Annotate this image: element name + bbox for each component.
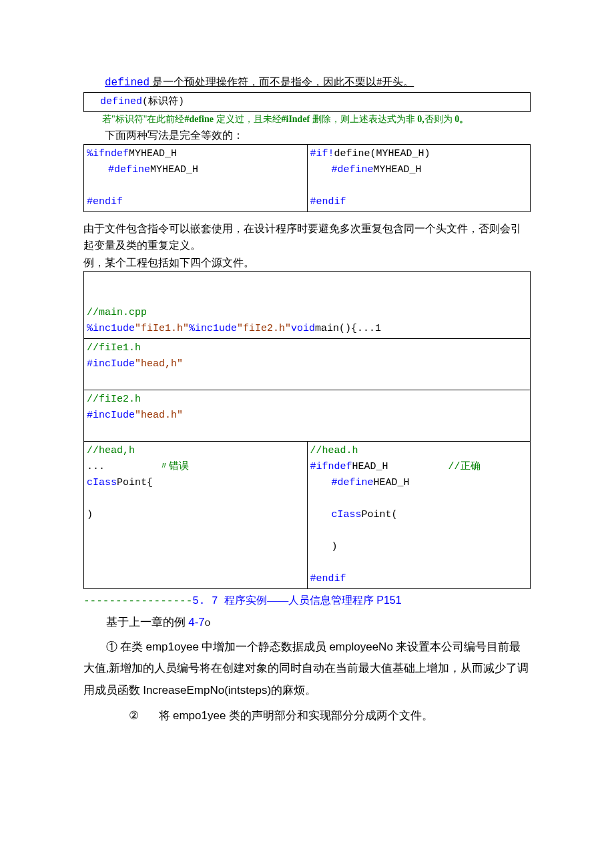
code-headc-ifndef: #ifndef xyxy=(310,461,352,472)
code-headc-point: Point( xyxy=(362,509,398,520)
code-headw-dots: ... xyxy=(87,461,159,472)
section-number: 5. 7 xyxy=(192,595,224,607)
code-headw-comment: //head,h xyxy=(87,443,304,459)
code-main-fn: main(){...1 xyxy=(315,323,381,334)
text-i2b: empo1yee xyxy=(173,709,226,722)
text-i2c: 类的声明部分和实现部分分成两个文件。 xyxy=(226,709,432,722)
code-headc-close: ) xyxy=(310,539,528,555)
code-r1a: #if! xyxy=(310,148,334,159)
code-l2b: MYHEAD_H xyxy=(150,164,198,175)
code-l3: #endif xyxy=(87,194,304,210)
paragraph-defined-intro: defined 是一个预处理操作符，而不是指令，因此不栗以#开头。 xyxy=(83,73,531,92)
code-defined: defined xyxy=(105,77,149,89)
text-i1a: ① 在类 xyxy=(106,640,146,653)
code-defined-arg: (标识符) xyxy=(142,96,184,107)
code-r1b: define(MYHEAD_H) xyxy=(334,148,430,159)
code-headc-endif: #endif xyxy=(310,571,528,587)
code-headc-macro2: HEAD_H xyxy=(374,477,410,488)
paragraph-equivalent: 下面两种写法是完全等效的： xyxy=(83,127,531,144)
code-inc1f: "fiIe1.h" xyxy=(135,323,189,334)
table-equivalent-code: %ifndefMYHEAD_H #defineMYHEAD_H #endif #… xyxy=(83,144,531,212)
cell-file2-h: //fiIe2.h #incIude"head.h" xyxy=(84,390,531,442)
code-headw-close: ) xyxy=(87,507,304,523)
code-file2-inc: #incIude xyxy=(87,410,135,421)
section-dashes: ----------------- xyxy=(83,595,192,607)
text-i2a: 将 xyxy=(159,709,173,722)
text-i1c: 中增加一个静态数据成员 xyxy=(199,640,330,653)
cell-ifdefine-right: #if!define(MYHEAD_H) #defineMYHEAD_H #en… xyxy=(307,144,531,211)
code-void: void xyxy=(291,323,315,334)
paragraph-define-explain: 若"标识符"在此前经#define 定义过，且未经#iIndef 删除，则上述表… xyxy=(83,112,531,127)
section-label: 程序实例——人员信息管理程序 xyxy=(224,594,376,606)
code-headc-macro: HEAD_H xyxy=(352,461,388,472)
text-expl-f: 0, xyxy=(417,114,424,124)
code-file1-inc: #incIude xyxy=(87,358,135,370)
code-inc1: %inc1ude xyxy=(87,323,135,334)
code-r2a: #define xyxy=(332,164,374,175)
text-i2n: ② xyxy=(106,707,139,725)
code-l2a: #define xyxy=(108,164,150,175)
code-inc2: %inc1ude xyxy=(189,323,237,334)
paragraph-nested-include: 由于文件包含指令可以嵌套使用，在设计程序时要避免多次重复包含同一个头文件，否则会… xyxy=(83,220,531,254)
cell-defined-syntax: defined(标识符) xyxy=(84,92,531,111)
code-headc-define: #define xyxy=(332,477,374,488)
code-file1-head: "head,h" xyxy=(135,358,183,370)
cell-head-wrong: //head,h ... 〃错误 cIassPoint{ ) xyxy=(84,442,308,589)
code-headw-point: Point{ xyxy=(117,477,153,488)
code-r2b: MYHEAD_H xyxy=(374,164,422,175)
paragraph-example-intro: 例，某个工程包括如下四个源文件。 xyxy=(83,254,531,272)
cell-head-correct: //head.h #ifndefHEAD_H//正确 #defineHEAD_H… xyxy=(307,442,531,589)
text-expl-g: 否则为 xyxy=(424,114,455,124)
text-i1g: 的麻烦。 xyxy=(271,684,316,697)
text-expl-b: #define xyxy=(184,114,214,124)
cell-ifndef-left: %ifndefMYHEAD_H #defineMYHEAD_H #endif xyxy=(84,144,308,211)
section-heading: -----------------5. 7 程序实例——人员信息管理程序 P15… xyxy=(83,592,531,610)
text-base-c: o xyxy=(205,616,211,628)
text-expl-e: 删除，则上述表达式为非 xyxy=(310,114,417,124)
list-item-2: ② 将 empo1yee 类的声明部分和实现部分分成两个文件。 xyxy=(83,707,531,725)
cell-file1-h: //fiIe1.h #incIude"head,h" xyxy=(84,339,531,390)
code-r3: #endif xyxy=(310,194,528,210)
text-expl-h: 0。 xyxy=(454,114,469,124)
code-headc-comment: //head.h xyxy=(310,443,528,459)
code-file2-head: "head.h" xyxy=(135,410,183,421)
code-headc-class: cIass xyxy=(332,509,362,520)
section-page: P151 xyxy=(376,594,401,606)
code-file2-comment: //fiIe2.h xyxy=(87,392,527,408)
code-headc-ok: //正确 xyxy=(448,461,481,472)
text-base-a: 基于上一章的例 xyxy=(106,616,188,628)
text-expl-a: 若"标识符"在此前经 xyxy=(102,114,184,124)
code-headw-class: cIass xyxy=(87,477,117,488)
list-item-1: ① 在类 emp1oyee 中增加一个静态数据成员 employeeNo 来设置… xyxy=(83,636,531,701)
cell-main-cpp: //main.cpp %inc1ude"fiIe1.h"%inc1ude"fiI… xyxy=(84,272,531,339)
text-base-b: 4-7 xyxy=(188,616,205,628)
code-l1b: MYHEAD_H xyxy=(129,148,177,159)
code-main-comment: //main.cpp xyxy=(87,305,527,321)
code-defined-kw: defined xyxy=(100,96,142,107)
text-defined-desc: 是一个预处理操作符，而不是指令，因此不栗以#开头。 xyxy=(149,76,414,87)
table-source-files: //main.cpp %inc1ude"fiIe1.h"%inc1ude"fiI… xyxy=(83,271,531,589)
code-l1a: %ifndef xyxy=(87,148,129,159)
text-i1f: IncreaseEmpNo(intsteps) xyxy=(143,684,271,697)
text-i1d: employeeNo xyxy=(329,640,392,653)
code-inc2f: "fiIe2.h" xyxy=(237,323,291,334)
text-i1b: emp1oyee xyxy=(146,640,199,653)
text-expl-d: #iIndef xyxy=(282,114,310,124)
table-defined-syntax: defined(标识符) xyxy=(83,92,531,112)
paragraph-based-on: 基于上一章的例 4-7o xyxy=(83,613,531,631)
text-expl-c: 定义过，且未经 xyxy=(214,114,282,124)
code-headw-err: 〃错误 xyxy=(159,461,189,472)
code-file1-comment: //fiIe1.h xyxy=(87,340,527,356)
